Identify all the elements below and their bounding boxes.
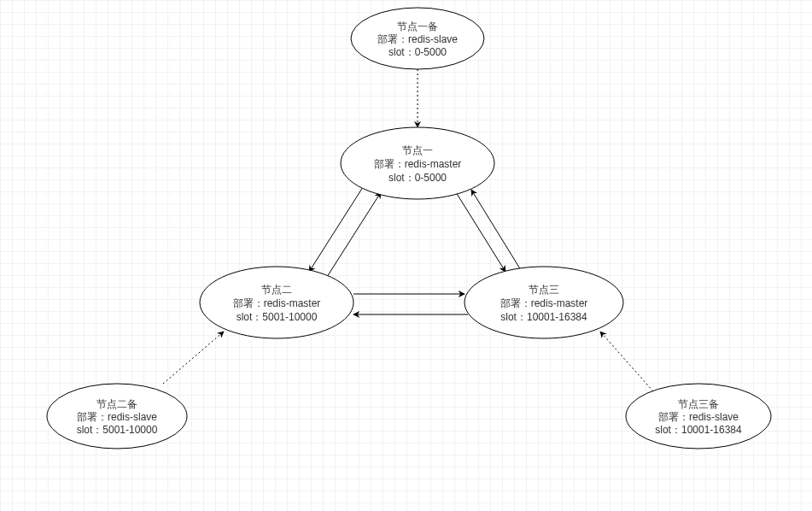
node-n3-backup: 节点三备 部署：redis-slave slot：10001-16384 <box>626 384 771 449</box>
node-slot: slot：0-5000 <box>388 46 447 58</box>
node-title: 节点三备 <box>678 398 719 410</box>
node-slot: slot：10001-16384 <box>655 424 742 436</box>
node-deploy: 部署：redis-master <box>233 297 321 309</box>
node-deploy: 部署：redis-slave <box>77 411 157 423</box>
node-title: 节点一 <box>402 144 433 156</box>
node-title: 节点一备 <box>397 21 438 32</box>
edge-n2backup-n2 <box>163 332 224 384</box>
node-n3: 节点三 部署：redis-master slot：10001-16384 <box>464 267 623 338</box>
node-n1: 节点一 部署：redis-master slot：0-5000 <box>341 127 494 199</box>
node-slot: slot：5001-10000 <box>77 424 158 436</box>
node-deploy: 部署：redis-master <box>374 158 462 170</box>
edge-n3backup-n3 <box>600 332 653 391</box>
node-title: 节点二 <box>261 284 292 296</box>
node-slot: slot：0-5000 <box>388 172 447 184</box>
node-n2-backup: 节点二备 部署：redis-slave slot：5001-10000 <box>47 384 187 449</box>
node-n2: 节点二 部署：redis-master slot：5001-10000 <box>200 267 353 338</box>
node-slot: slot：5001-10000 <box>237 311 318 323</box>
node-n1-backup: 节点一备 部署：redis-slave slot：0-5000 <box>351 8 484 69</box>
edge-n1-n2-a <box>309 187 363 272</box>
node-deploy: 部署：redis-slave <box>658 411 739 423</box>
node-deploy: 部署：redis-slave <box>377 33 458 45</box>
node-title: 节点三 <box>529 284 559 296</box>
edge-n1-n3-b <box>471 190 521 270</box>
node-deploy: 部署：redis-master <box>500 297 588 309</box>
node-slot: slot：10001-16384 <box>500 311 587 323</box>
node-title: 节点二备 <box>96 398 137 410</box>
edge-n1-n2-b <box>327 192 381 277</box>
diagram-canvas: 节点一备 部署：redis-slave slot：0-5000 节点一 部署：r… <box>0 0 812 511</box>
